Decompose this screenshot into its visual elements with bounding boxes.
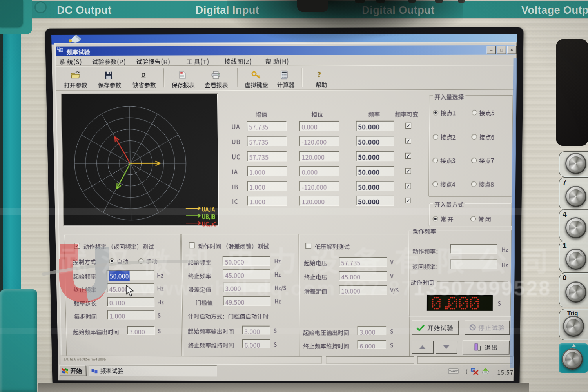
svg-text:?: ? (318, 71, 321, 79)
svg-text:DEL: DEL (180, 72, 184, 74)
svg-text:D: D (141, 71, 145, 78)
